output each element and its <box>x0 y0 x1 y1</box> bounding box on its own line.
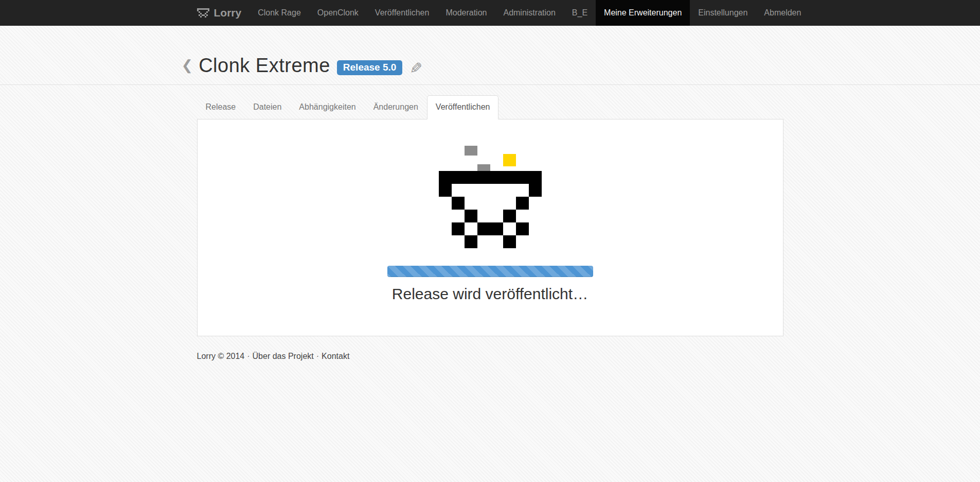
lorry-pixel <box>439 171 452 184</box>
lorry-cart-animation <box>439 146 542 248</box>
nav-item-4[interactable]: Administration <box>495 0 563 26</box>
publish-panel: Release wird veröffentlicht… <box>197 119 783 336</box>
brand-label: Lorry <box>214 7 242 19</box>
nav-item-3[interactable]: Moderation <box>437 0 495 26</box>
tab-2: Abhängigkeiten <box>290 95 364 119</box>
flying-particle-2 <box>477 164 490 171</box>
progress-bar <box>387 266 593 277</box>
lorry-pixel <box>205 16 206 18</box>
lorry-pixel <box>439 184 452 197</box>
nav-item-1[interactable]: OpenClonk <box>309 0 367 26</box>
footer-separator: · <box>247 352 250 360</box>
tab-1: Dateien <box>244 95 290 119</box>
tab-link-2[interactable]: Abhängigkeiten <box>290 95 364 119</box>
lorry-pixel <box>477 222 490 235</box>
lorry-pixel <box>529 171 542 184</box>
top-navbar: Lorry Clonk RageOpenClonkVeröffentlichen… <box>0 0 980 26</box>
lorry-pixel <box>465 210 477 222</box>
tab-4: Veröffentlichen <box>427 95 499 119</box>
flying-particle-0 <box>465 146 477 156</box>
lorry-pixel <box>200 16 202 18</box>
lorry-pixel <box>465 235 477 248</box>
lorry-pixel <box>208 10 209 11</box>
lorry-pixel <box>490 222 503 235</box>
footer-separator: · <box>316 352 319 360</box>
progress-track <box>387 266 593 277</box>
edit-pencil-icon[interactable]: ✎ <box>409 61 422 76</box>
tab-0: Release <box>197 95 245 119</box>
lorry-pixel <box>516 222 529 235</box>
user-nav-item-1[interactable]: Meine Erweiterungen <box>596 0 690 26</box>
user-nav-item-0[interactable]: B_E <box>564 0 596 26</box>
lorry-pixel <box>452 171 465 184</box>
footer-link-about[interactable]: Über das Projekt <box>253 352 314 360</box>
lorry-pixel <box>490 171 503 184</box>
tab-link-4[interactable]: Veröffentlichen <box>427 95 499 119</box>
lorry-pixel <box>503 210 516 222</box>
tab-3: Änderungen <box>365 95 427 119</box>
footer-copyright: Lorry © 2014 <box>197 352 245 360</box>
page-header: ❮ Clonk Extreme Release 5.0 ✎ <box>0 26 980 85</box>
lorry-pixel <box>452 222 465 235</box>
back-chevron-icon[interactable]: ❮ <box>182 59 193 73</box>
nav-item-0[interactable]: Clonk Rage <box>250 0 309 26</box>
lorry-pixel <box>206 14 208 16</box>
lorry-pixel <box>529 184 542 197</box>
lorry-pixel <box>516 197 529 210</box>
page-title: Clonk Extreme <box>199 55 330 77</box>
brand-link[interactable]: Lorry <box>197 0 250 26</box>
tab-link-3[interactable]: Änderungen <box>365 95 427 119</box>
flying-particle-1 <box>503 154 516 166</box>
lorry-pixel <box>465 171 477 184</box>
navbar-right-menu: B_EMeine ErweiterungenEinstellungenAbmel… <box>564 0 801 26</box>
user-nav-item-3[interactable]: Abmelden <box>756 0 801 26</box>
footer: Lorry © 2014·Über das Projekt·Kontakt <box>197 352 783 361</box>
release-version-badge: Release 5.0 <box>337 60 403 75</box>
navbar-left-menu: Clonk RageOpenClonkVeröffentlichenModera… <box>250 0 564 26</box>
lorry-pixel <box>516 171 529 184</box>
nav-item-2[interactable]: Veröffentlichen <box>367 0 438 26</box>
release-tabs: ReleaseDateienAbhängigkeitenÄnderungenVe… <box>197 95 783 119</box>
lorry-pixel <box>477 171 490 184</box>
lorry-pixel <box>503 171 516 184</box>
main-content: ReleaseDateienAbhängigkeitenÄnderungenVe… <box>197 95 783 361</box>
lorry-pixel <box>452 197 465 210</box>
user-nav-item-2[interactable]: Einstellungen <box>690 0 756 26</box>
tab-link-1[interactable]: Dateien <box>244 95 290 119</box>
tab-link-0[interactable]: Release <box>197 95 245 119</box>
footer-link-contact[interactable]: Kontakt <box>322 352 349 360</box>
lorry-pixel <box>503 235 516 248</box>
lorry-pixel-logo-icon <box>197 8 209 18</box>
lorry-pixel <box>206 11 208 13</box>
publish-status-text: Release wird veröffentlicht… <box>198 285 783 303</box>
